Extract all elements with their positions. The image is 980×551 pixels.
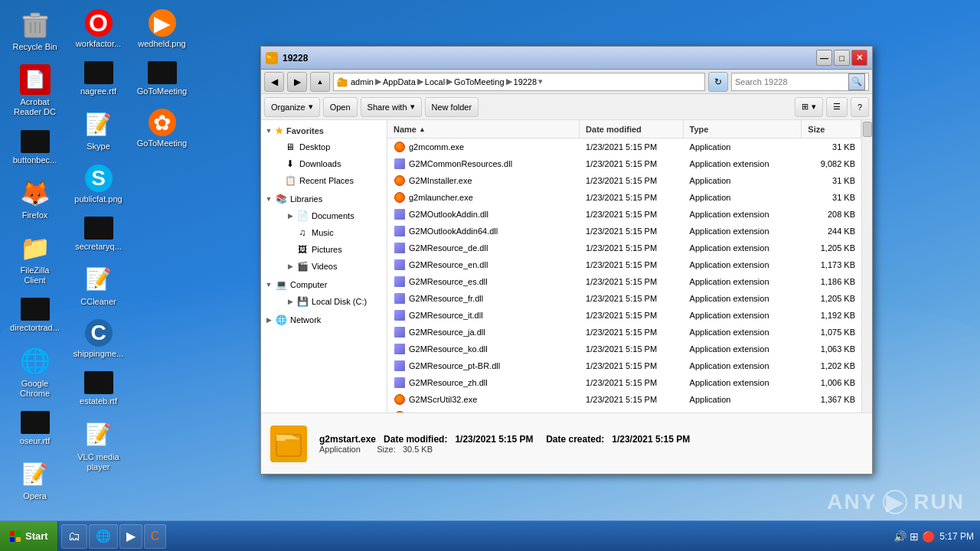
table-row[interactable]: G2MInstaller.exe 1/23/2021 5:15 PM Appli… [387,172,861,189]
tree-item-recent-places[interactable]: 📋 Recent Places [261,172,387,189]
table-row[interactable]: G2MResource_zh.dll 1/23/2021 5:15 PM App… [387,374,861,391]
maximize-button[interactable]: □ [834,50,850,66]
path-admin[interactable]: admin [351,77,374,86]
table-row[interactable]: G2MResource_fr.dll 1/23/2021 5:15 PM App… [387,290,861,307]
libraries-expand[interactable]: ▼ [264,194,273,204]
tree-item-local-disk[interactable]: ▶ 💾 Local Disk (C:) [261,293,387,310]
table-row[interactable]: G2MOutlookAddin64.dll 1/23/2021 5:15 PM … [387,223,861,240]
path-gotomeeting[interactable]: GoToMeeting [454,77,504,86]
desktop-icon-directortrad[interactable]: directortrad... [6,295,64,336]
close-button[interactable]: ✕ [851,50,867,66]
open-button[interactable]: Open [323,97,358,117]
desktop-icon-workfactor[interactable]: nagree.rtf [70,58,127,99]
tray-network-icon[interactable]: ⊞ [910,530,919,543]
search-box[interactable]: 🔍 [731,73,869,91]
desktop-icon-oseur[interactable]: 📝 Opera [6,455,64,504]
network-tree-icon: 🌐 [275,314,287,326]
table-row[interactable]: G2MResource_ja.dll 1/23/2021 5:15 PM App… [387,324,861,341]
desktop-icon-estateb[interactable]: 📝 VLC media player [70,416,127,475]
search-input[interactable] [735,77,848,86]
computer-expand[interactable]: ▼ [264,280,273,289]
tree-item-network[interactable]: ▶ 🌐 Network [261,311,387,328]
table-row[interactable]: G2MOutlookAddin.dll 1/23/2021 5:15 PM Ap… [387,206,861,223]
svg-rect-16 [10,537,15,542]
back-button[interactable]: ◀ [264,72,284,92]
videos-expand[interactable]: ▶ [286,262,295,271]
table-row[interactable]: g2mcomm.exe 1/23/2021 5:15 PM Applicatio… [387,139,861,155]
tray-volume-icon[interactable]: 🔊 [893,530,906,543]
col-header-size[interactable]: Size [802,120,861,138]
col-header-date[interactable]: Date modified [580,120,683,138]
favorites-expand[interactable]: ▼ [264,126,273,135]
desktop-icon-opera[interactable]: O workfactor... [70,6,127,52]
tree-item-desktop[interactable]: 🖥 Desktop [261,139,387,155]
desktop-icon-scientificline[interactable]: oseur.rtf [6,408,64,449]
taskbar-explorer-button[interactable]: 🗂 [61,524,87,549]
refresh-button[interactable]: ↻ [708,72,728,92]
file-name-text: G2MResource_fr.dll [409,294,483,303]
table-row[interactable]: g2mlauncher.exe 1/23/2021 5:15 PM Applic… [387,189,861,206]
table-row[interactable]: G2MResource_es.dll 1/23/2021 5:15 PM App… [387,273,861,290]
tree-item-pictures[interactable]: 🖼 Pictures [261,241,387,258]
desktop-icon-firefox[interactable]: 🦊 Firefox [6,174,64,223]
tree-item-videos[interactable]: ▶ 🎬 Videos [261,258,387,275]
desktop-icon-wedheld[interactable]: GoToMeeting [133,58,191,99]
desktop-icon-shippingme[interactable]: estateb.rtf [70,368,127,409]
cell-size: 1,186 KB [802,273,861,290]
organize-button[interactable]: Organize ▾ [264,97,320,117]
file-name-text: G2MResource_en.dll [409,260,488,269]
desktop-icon-gotomeeting[interactable]: ✿ GoToMeeting [133,106,191,152]
cell-size: 1,173 KB [802,256,861,273]
start-button[interactable]: Start [0,521,58,552]
table-row[interactable]: G2MCommonResources.dll 1/23/2021 5:15 PM… [387,155,861,172]
up-button[interactable]: ▲ [310,72,330,92]
desktop-icon-skype[interactable]: S publicfat.png [70,161,127,207]
new-folder-button[interactable]: New folder [425,97,479,117]
details-button[interactable]: ☰ [826,97,848,117]
minimize-button[interactable]: — [816,50,832,66]
documents-expand[interactable]: ▶ [286,211,295,220]
scrollbar[interactable] [861,120,872,412]
path-local[interactable]: Local [425,77,445,86]
col-header-name[interactable]: Name ▲ [387,120,580,138]
desktop-icon-nagree[interactable]: 📝 Skype [70,106,127,155]
tree-item-computer[interactable]: ▼ 💻 Computer [261,276,387,293]
desktop-icon-chrome[interactable]: 🌐 Google Chrome [6,343,64,402]
desktop-icon-filezilla[interactable]: 📁 FileZilla Client [6,230,64,289]
share-button[interactable]: Share with ▾ [361,97,422,117]
path-appdata[interactable]: AppData [383,77,416,86]
tree-item-music[interactable]: ♫ Music [261,224,387,241]
desktop-icon-recycle-bin[interactable]: Recycle Bin [6,6,64,55]
desktop-icon-secretaryq[interactable]: 📝 CCleaner [70,261,127,310]
firefox-label: Firefox [22,210,48,220]
cell-date: 1/23/2021 5:15 PM [580,172,683,189]
network-expand[interactable]: ▶ [264,315,273,324]
desktop-icon-publicfat[interactable]: secretaryq... [70,214,127,255]
taskbar-ie-button[interactable]: 🌐 [89,524,118,549]
help-button[interactable]: ? [851,97,869,117]
table-row[interactable]: G2MResource_ko.dll 1/23/2021 5:15 PM App… [387,341,861,357]
tree-item-downloads[interactable]: ⬇ Downloads [261,155,387,172]
desktop-icon-vlc[interactable]: ▶ wedheld.png [133,6,191,52]
taskbar-chrome-button[interactable]: C [144,524,167,549]
forward-button[interactable]: ▶ [287,72,307,92]
views-button[interactable]: ⊞ ▾ [795,97,823,117]
local-disk-expand[interactable]: ▶ [286,297,295,306]
tray-security-icon[interactable]: 🔴 [922,530,935,543]
desktop-icon-acrobat[interactable]: 📄 Acrobat Reader DC [6,61,64,120]
address-path[interactable]: admin ▶ AppData ▶ Local ▶ GoToMeeting ▶ … [333,73,705,91]
desktop-icon-ccleaner[interactable]: C shippingme... [70,316,127,362]
taskbar-wmp-button[interactable]: ▶ [119,524,142,549]
desktop-icon-buttonbec[interactable]: buttonbec... [6,127,64,168]
table-row[interactable]: G2MResource_de.dll 1/23/2021 5:15 PM App… [387,240,861,256]
tree-item-documents[interactable]: ▶ 📄 Documents [261,207,387,224]
col-header-type[interactable]: Type [684,120,802,138]
search-button[interactable]: 🔍 [848,73,865,90]
table-row[interactable]: G2MResource_pt-BR.dll 1/23/2021 5:15 PM … [387,357,861,374]
table-row[interactable]: G2MScrUtil32.exe 1/23/2021 5:15 PM Appli… [387,391,861,408]
file-list: Name ▲ Date modified Type Size [387,120,861,412]
tree-item-libraries[interactable]: ▼ 📚 Libraries [261,191,387,207]
table-row[interactable]: G2MResource_en.dll 1/23/2021 5:15 PM App… [387,256,861,273]
path-19228[interactable]: 19228 [514,77,537,86]
table-row[interactable]: G2MResource_it.dll 1/23/2021 5:15 PM App… [387,307,861,324]
